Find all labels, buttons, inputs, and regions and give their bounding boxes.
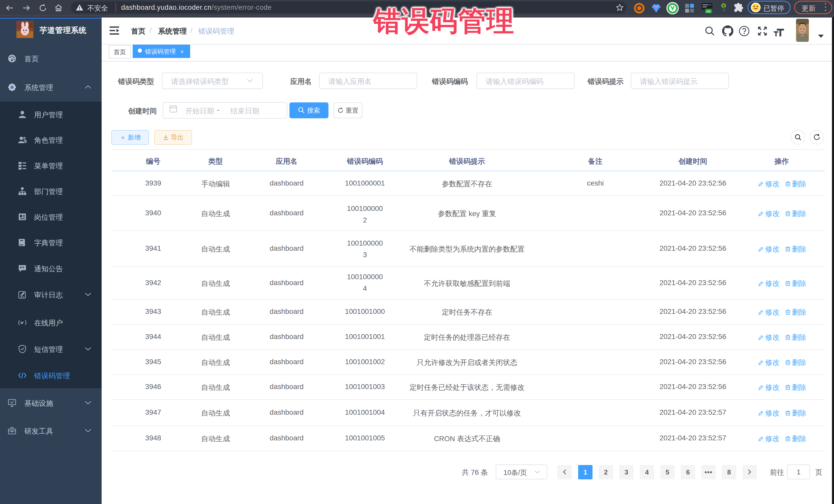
svg-text:on: on: [706, 9, 710, 13]
